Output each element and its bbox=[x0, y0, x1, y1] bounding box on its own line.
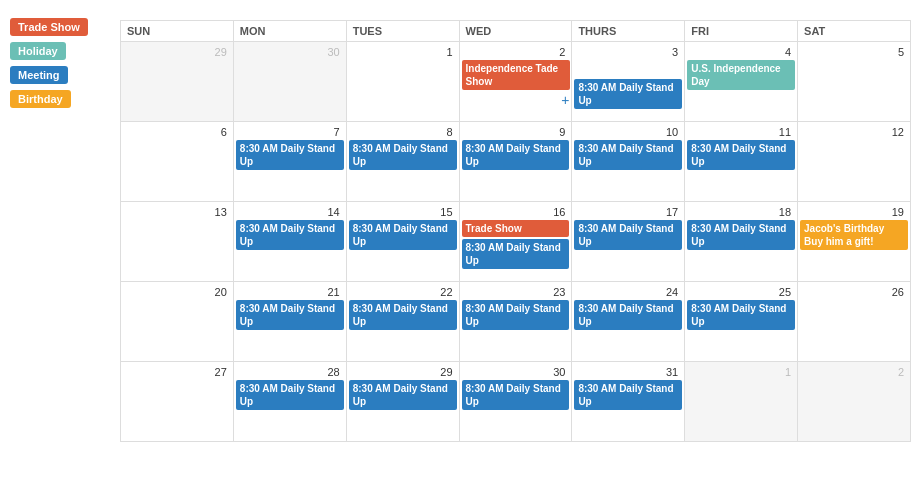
calendar-week-0: 293012Independence Tade Show+3cont8:30 A… bbox=[121, 42, 911, 122]
day-number: 27 bbox=[123, 364, 231, 380]
day-number: 30 bbox=[462, 364, 570, 380]
calendar-day[interactable]: 308:30 AM Daily Stand Up bbox=[459, 362, 572, 442]
calendar-day[interactable]: 118:30 AM Daily Stand Up bbox=[685, 122, 798, 202]
calendar-day[interactable]: 88:30 AM Daily Stand Up bbox=[346, 122, 459, 202]
event-meeting[interactable]: 8:30 AM Daily Stand Up bbox=[574, 220, 682, 250]
event-meeting[interactable]: 8:30 AM Daily Stand Up bbox=[574, 140, 682, 170]
day-number: 22 bbox=[349, 284, 457, 300]
calendar-day[interactable]: 19Jacob's Birthday Buy him a gift! bbox=[798, 202, 911, 282]
calendar-day[interactable]: 218:30 AM Daily Stand Up bbox=[233, 282, 346, 362]
calendar-day[interactable]: 30 bbox=[233, 42, 346, 122]
calendar-day[interactable]: 2Independence Tade Show+ bbox=[459, 42, 572, 122]
day-number: 4 bbox=[687, 44, 795, 60]
day-number: 1 bbox=[349, 44, 457, 60]
calendar-day[interactable]: 6 bbox=[121, 122, 234, 202]
event-key-list: Trade ShowHolidayMeetingBirthday bbox=[10, 18, 100, 114]
event-tradeshow[interactable]: Trade Show bbox=[462, 220, 570, 237]
calendar-day[interactable]: 148:30 AM Daily Stand Up bbox=[233, 202, 346, 282]
calendar-week-2: 13148:30 AM Daily Stand Up158:30 AM Dail… bbox=[121, 202, 911, 282]
day-header-wed: WED bbox=[459, 21, 572, 42]
calendar-day[interactable]: 98:30 AM Daily Stand Up bbox=[459, 122, 572, 202]
calendar-week-4: 27288:30 AM Daily Stand Up298:30 AM Dail… bbox=[121, 362, 911, 442]
calendar-day[interactable]: 5 bbox=[798, 42, 911, 122]
calendar-day[interactable]: 298:30 AM Daily Stand Up bbox=[346, 362, 459, 442]
calendar-day[interactable]: 13 bbox=[121, 202, 234, 282]
calendar-day[interactable]: 3cont8:30 AM Daily Stand Up bbox=[572, 42, 685, 122]
day-number: 7 bbox=[236, 124, 344, 140]
sidebar: Trade ShowHolidayMeetingBirthday bbox=[0, 0, 110, 500]
event-meeting[interactable]: 8:30 AM Daily Stand Up bbox=[349, 220, 457, 250]
day-number: 31 bbox=[574, 364, 682, 380]
calendar-day[interactable]: 20 bbox=[121, 282, 234, 362]
calendar-day[interactable]: 78:30 AM Daily Stand Up bbox=[233, 122, 346, 202]
add-event-button[interactable]: + bbox=[561, 92, 569, 108]
calendar-day[interactable]: 12 bbox=[798, 122, 911, 202]
day-number: 12 bbox=[800, 124, 908, 140]
event-meeting[interactable]: 8:30 AM Daily Stand Up bbox=[574, 380, 682, 410]
event-birthday[interactable]: Jacob's Birthday Buy him a gift! bbox=[800, 220, 908, 250]
event-key-meeting[interactable]: Meeting bbox=[10, 66, 68, 84]
event-meeting[interactable]: 8:30 AM Daily Stand Up bbox=[236, 140, 344, 170]
calendar-day[interactable]: 4U.S. Independence Day bbox=[685, 42, 798, 122]
calendar-day[interactable]: 238:30 AM Daily Stand Up bbox=[459, 282, 572, 362]
calendar-day[interactable]: 16Trade Show8:30 AM Daily Stand Up bbox=[459, 202, 572, 282]
calendar-week-3: 20218:30 AM Daily Stand Up228:30 AM Dail… bbox=[121, 282, 911, 362]
event-meeting[interactable]: 8:30 AM Daily Stand Up bbox=[236, 300, 344, 330]
calendar-day[interactable]: 1 bbox=[685, 362, 798, 442]
day-number: 20 bbox=[123, 284, 231, 300]
event-independence-tradeshow[interactable]: Independence Tade Show bbox=[462, 60, 571, 90]
event-meeting[interactable]: 8:30 AM Daily Stand Up bbox=[687, 300, 795, 330]
event-meeting[interactable]: 8:30 AM Daily Stand Up bbox=[462, 300, 570, 330]
day-number: 16 bbox=[462, 204, 570, 220]
calendar-day[interactable]: 27 bbox=[121, 362, 234, 442]
event-meeting[interactable]: 8:30 AM Daily Stand Up bbox=[574, 300, 682, 330]
event-meeting[interactable]: 8:30 AM Daily Stand Up bbox=[462, 380, 570, 410]
day-number: 5 bbox=[800, 44, 908, 60]
calendar-day[interactable]: 228:30 AM Daily Stand Up bbox=[346, 282, 459, 362]
calendar-day[interactable]: 188:30 AM Daily Stand Up bbox=[685, 202, 798, 282]
calendar-day[interactable]: 158:30 AM Daily Stand Up bbox=[346, 202, 459, 282]
calendar-day[interactable]: 178:30 AM Daily Stand Up bbox=[572, 202, 685, 282]
event-key-tradeshow[interactable]: Trade Show bbox=[10, 18, 88, 36]
event-meeting[interactable]: 8:30 AM Daily Stand Up bbox=[236, 220, 344, 250]
calendar-day[interactable]: 248:30 AM Daily Stand Up bbox=[572, 282, 685, 362]
calendar-day[interactable]: 318:30 AM Daily Stand Up bbox=[572, 362, 685, 442]
event-meeting[interactable]: 8:30 AM Daily Stand Up bbox=[687, 220, 795, 250]
day-header-sun: SUN bbox=[121, 21, 234, 42]
event-meeting[interactable]: 8:30 AM Daily Stand Up bbox=[349, 300, 457, 330]
day-number: 2 bbox=[462, 44, 570, 60]
event-meeting[interactable]: 8:30 AM Daily Stand Up bbox=[462, 239, 570, 269]
event-meeting[interactable]: 8:30 AM Daily Stand Up bbox=[687, 140, 795, 170]
day-header-tues: TUES bbox=[346, 21, 459, 42]
calendar-day[interactable]: 2 bbox=[798, 362, 911, 442]
day-number: 15 bbox=[349, 204, 457, 220]
day-header-thurs: THURS bbox=[572, 21, 685, 42]
event-meeting[interactable]: 8:30 AM Daily Stand Up bbox=[462, 140, 570, 170]
calendar-day[interactable]: 1 bbox=[346, 42, 459, 122]
event-meeting[interactable]: 8:30 AM Daily Stand Up bbox=[349, 140, 457, 170]
day-number: 30 bbox=[236, 44, 344, 60]
calendar-day[interactable]: 108:30 AM Daily Stand Up bbox=[572, 122, 685, 202]
event-key-birthday[interactable]: Birthday bbox=[10, 90, 71, 108]
day-number: 23 bbox=[462, 284, 570, 300]
day-number: 28 bbox=[236, 364, 344, 380]
calendar-day[interactable]: 288:30 AM Daily Stand Up bbox=[233, 362, 346, 442]
event-meeting[interactable]: 8:30 AM Daily Stand Up bbox=[574, 79, 682, 109]
event-meeting[interactable]: 8:30 AM Daily Stand Up bbox=[349, 380, 457, 410]
event-meeting[interactable]: 8:30 AM Daily Stand Up bbox=[236, 380, 344, 410]
calendar-day[interactable]: 29 bbox=[121, 42, 234, 122]
day-number: 29 bbox=[123, 44, 231, 60]
calendar-day[interactable]: 26 bbox=[798, 282, 911, 362]
calendar-grid: SUNMONTUESWEDTHURSFRISAT 293012Independe… bbox=[120, 20, 911, 442]
calendar-day[interactable]: 258:30 AM Daily Stand Up bbox=[685, 282, 798, 362]
calendar-main: SUNMONTUESWEDTHURSFRISAT 293012Independe… bbox=[110, 0, 921, 500]
day-number: 8 bbox=[349, 124, 457, 140]
day-number: 21 bbox=[236, 284, 344, 300]
event-holiday[interactable]: U.S. Independence Day bbox=[687, 60, 795, 90]
day-number: 17 bbox=[574, 204, 682, 220]
calendar-body: 293012Independence Tade Show+3cont8:30 A… bbox=[121, 42, 911, 442]
day-number: 14 bbox=[236, 204, 344, 220]
day-number: 6 bbox=[123, 124, 231, 140]
day-header-sat: SAT bbox=[798, 21, 911, 42]
event-key-holiday[interactable]: Holiday bbox=[10, 42, 66, 60]
